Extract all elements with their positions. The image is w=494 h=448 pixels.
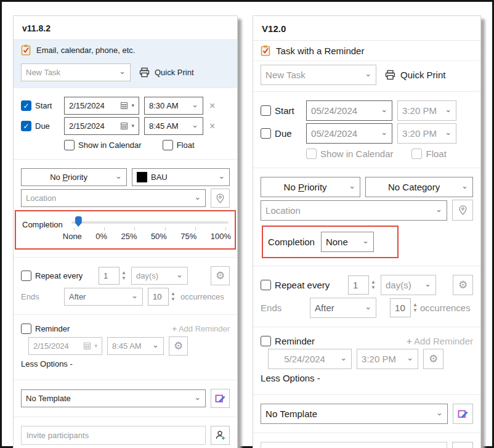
location-select[interactable]: Location ⌄ (261, 200, 447, 221)
chevron-down-icon: ⌄ (194, 393, 201, 401)
due-checkbox[interactable]: ✓ Due (21, 121, 59, 131)
start-time-select[interactable]: 3:20 PM ⌄ (397, 100, 456, 121)
due-time-select[interactable]: 8:45 AM ⌄ (144, 117, 203, 135)
due-time-select[interactable]: 3:20 PM ⌄ (397, 123, 456, 144)
add-participant-button[interactable] (452, 442, 473, 448)
repeat-settings-button[interactable]: ⚙ (453, 275, 473, 295)
repeat-section: Repeat every 1 ▲▼ day(s) ⌄ ⚙ Ends After (253, 266, 480, 327)
less-options-link[interactable]: Less Options - (21, 359, 73, 369)
start-time-select[interactable]: 8:30 AM ⌄ (144, 97, 203, 115)
show-in-calendar-checkbox[interactable]: Show in Calendar (64, 140, 142, 150)
chevron-down-icon: ⌄ (445, 128, 451, 136)
chevron-down-icon: ⌄ (152, 341, 159, 349)
location-button[interactable] (211, 189, 230, 208)
tick-label: 0% (95, 232, 107, 241)
add-participant-button[interactable] (211, 426, 230, 445)
gear-icon: ⚙ (429, 354, 438, 364)
classification-section: No Priority ⌄ BAU ⌄ Location ⌄ (14, 159, 237, 257)
repeat-checkbox[interactable]: Repeat every (21, 271, 94, 281)
reminder-section: Reminder + Add Reminder 5/24/2024 ⌄ 3:20… (253, 327, 480, 394)
invite-participants-input[interactable] (21, 426, 206, 445)
edit-template-button[interactable] (453, 404, 473, 424)
template-section: No Template ⌄ (14, 380, 237, 417)
completion-select[interactable]: None ⌄ (321, 232, 374, 252)
dropdown-arrow-icon: ▾ (131, 123, 134, 129)
chevron-down-icon: ⌄ (115, 172, 122, 180)
reminder-time-select[interactable]: 8:45 AM ⌄ (107, 337, 164, 355)
float-checkbox[interactable]: Float (163, 140, 195, 150)
repeat-interval-spinner[interactable]: 1 ▲▼ (99, 267, 126, 285)
reminder-checkbox[interactable]: Reminder (21, 324, 70, 334)
edit-template-button[interactable] (211, 389, 230, 408)
reminder-settings-button[interactable]: ⚙ (423, 349, 443, 369)
chevron-down-icon: ⌄ (194, 193, 201, 201)
invite-participants-input[interactable] (261, 442, 447, 448)
location-button[interactable] (452, 200, 473, 221)
tick-label: 100% (211, 232, 231, 241)
reminder-date-picker[interactable]: 5/24/2024 ⌄ (268, 349, 352, 369)
less-options-link[interactable]: Less Options - (261, 373, 320, 383)
gear-icon: ⚙ (216, 271, 225, 281)
repeat-checkbox[interactable]: Repeat every (261, 280, 343, 290)
classification-section: No Priority ⌄ No Category ⌄ Location ⌄ C (253, 168, 480, 266)
start-checkbox[interactable]: Start (261, 105, 301, 116)
quick-print-label: Quick Print (400, 70, 445, 80)
checkbox-icon (163, 140, 173, 150)
add-reminder-button[interactable]: + Add Reminder (407, 336, 473, 346)
spinner-arrows-icon[interactable]: ▲▼ (119, 267, 126, 285)
repeat-unit-select[interactable]: day(s) ⌄ (131, 267, 188, 285)
repeat-settings-button[interactable]: ⚙ (211, 266, 230, 285)
task-type-select[interactable]: New Task ⌄ (261, 65, 376, 85)
template-section: No Template ⌄ (253, 394, 480, 433)
priority-select[interactable]: No Priority ⌄ (21, 168, 127, 186)
occurrence-count-spinner[interactable]: 10 ▲▼ (148, 288, 176, 306)
priority-select[interactable]: No Priority ⌄ (261, 177, 360, 197)
slider-track[interactable] (71, 221, 229, 224)
checkbox-icon (261, 128, 271, 139)
show-in-calendar-checkbox[interactable]: Show in Calendar (306, 149, 393, 159)
template-select[interactable]: No Template ⌄ (261, 404, 448, 424)
dropdown-arrow-icon: ▾ (94, 343, 97, 349)
add-reminder-button[interactable]: + Add Reminder (172, 324, 230, 333)
spinner-arrows-icon[interactable]: ▲▼ (169, 288, 176, 306)
occurrence-count-spinner[interactable]: 10 ▲▼ (390, 298, 418, 317)
ends-mode-select[interactable]: After ⌄ (64, 288, 143, 306)
ends-mode-select[interactable]: After ⌄ (310, 298, 376, 318)
chevron-down-icon: ⌄ (176, 271, 183, 279)
completion-slider[interactable]: None 0% 25% 50% 75% 100% (71, 215, 229, 243)
task-type-select[interactable]: New Task ⌄ (21, 63, 131, 81)
printer-icon (139, 67, 150, 78)
spinner-arrows-icon[interactable]: ▲▼ (411, 298, 418, 317)
chevron-down-icon: ⌄ (131, 291, 138, 299)
quick-print-button[interactable]: Quick Print (139, 67, 194, 78)
subject-row: Email, calendar, phone, etc. (14, 40, 237, 60)
category-select[interactable]: BAU ⌄ (132, 168, 230, 186)
spinner-arrows-icon[interactable]: ▲▼ (369, 275, 376, 295)
invite-section (14, 417, 237, 448)
start-date-picker[interactable]: 05/24/2024 ⌄ (306, 100, 392, 121)
location-select[interactable]: Location ⌄ (21, 189, 206, 207)
clear-due-button[interactable]: × (208, 121, 216, 132)
reminder-time-select[interactable]: 3:20 PM ⌄ (357, 349, 418, 369)
reminder-date-picker[interactable]: 2/15/2024 ▾ (28, 337, 102, 355)
reminder-settings-button[interactable]: ⚙ (169, 336, 188, 356)
template-select[interactable]: No Template ⌄ (21, 389, 206, 407)
start-checkbox[interactable]: ✓ Start (21, 100, 59, 111)
slider-thumb[interactable] (75, 216, 82, 227)
clear-start-button[interactable]: × (208, 100, 216, 112)
task-clipboard-icon (261, 45, 270, 56)
repeat-interval-spinner[interactable]: 1 ▲▼ (348, 275, 376, 295)
due-checkbox[interactable]: Due (261, 128, 301, 139)
quick-print-button[interactable]: Quick Print (385, 70, 445, 80)
plus-icon: + (407, 336, 412, 346)
tick-label: 75% (180, 232, 196, 241)
category-select[interactable]: No Category ⌄ (365, 177, 473, 197)
float-checkbox[interactable]: Float (411, 149, 446, 159)
start-date-picker[interactable]: 2/15/2024 ▾ (64, 97, 139, 115)
header-band: Task with a Reminder New Task ⌄ Quick Pr… (253, 40, 480, 91)
due-date-picker[interactable]: 05/24/2024 ⌄ (306, 123, 392, 144)
reminder-checkbox[interactable]: Reminder (261, 336, 315, 346)
repeat-unit-select[interactable]: day(s) ⌄ (381, 275, 436, 295)
person-add-icon (215, 430, 225, 441)
due-date-picker[interactable]: 2/15/2024 ▾ (64, 117, 139, 135)
